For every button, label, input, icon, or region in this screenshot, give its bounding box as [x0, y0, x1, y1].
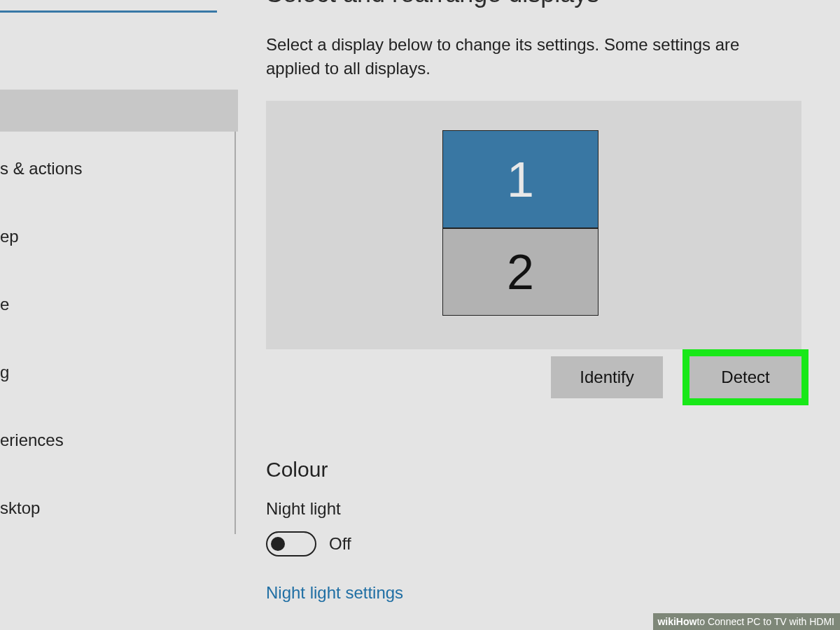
night-light-settings-link[interactable]: Night light settings [266, 583, 840, 603]
section-description: Select a display below to change its set… [266, 33, 777, 80]
display-number-label: 2 [507, 245, 534, 300]
display-number-label: 1 [507, 153, 534, 207]
display-2[interactable]: 2 [442, 228, 598, 316]
display-1[interactable]: 1 [442, 130, 598, 228]
section-heading-arrange: Select and rearrange displays [266, 0, 840, 8]
sidebar-item-shared-experiences[interactable]: eriences [0, 414, 234, 466]
sidebar-item-notifications[interactable]: s & actions [0, 142, 234, 195]
main-content: Select and rearrange displays Select a d… [266, 0, 840, 603]
footer-how: How [676, 616, 697, 627]
sidebar-item-selected[interactable] [0, 90, 238, 132]
sidebar-search-frame[interactable] [0, 0, 217, 13]
sidebar-item-multitasking[interactable]: g [0, 346, 234, 398]
sidebar-item-storage[interactable]: e [0, 278, 234, 330]
night-light-toggle[interactable] [266, 531, 316, 556]
detect-button[interactable]: Detect [690, 356, 802, 398]
night-light-toggle-row: Off [266, 531, 840, 556]
sidebar: s & actions ep e g eriences sktop [0, 0, 238, 630]
identify-button[interactable]: Identify [551, 356, 663, 398]
footer-wiki: wiki [657, 616, 676, 627]
sidebar-item-list: s & actions ep e g eriences sktop [0, 132, 236, 534]
sidebar-item-remote-desktop[interactable]: sktop [0, 482, 234, 534]
footer-title: to Connect PC to TV with HDMI [696, 616, 834, 627]
wikihow-footer: wikiHow to Connect PC to TV with HDMI [653, 613, 840, 630]
sidebar-item-power-sleep[interactable]: ep [0, 210, 234, 262]
display-buttons-row: Identify Detect [266, 356, 802, 398]
night-light-state: Off [329, 534, 351, 554]
night-light-label: Night light [266, 499, 840, 519]
display-arrangement-canvas[interactable]: 1 2 [266, 101, 802, 349]
toggle-thumb-icon [271, 537, 285, 551]
colour-heading: Colour [266, 458, 840, 482]
